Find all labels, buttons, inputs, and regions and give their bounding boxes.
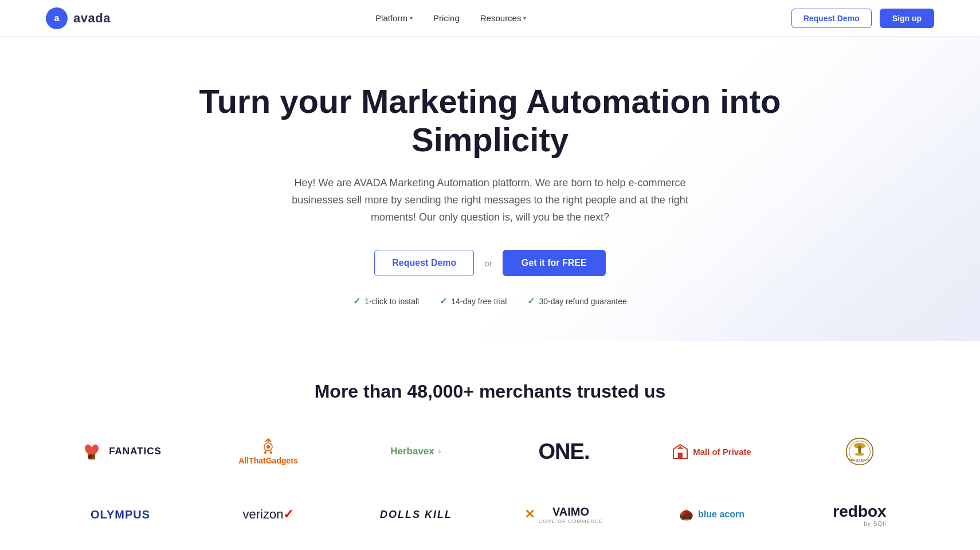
list-item: FANATICS <box>69 434 172 469</box>
vaimo-sub-text: CORE OF COMMERCE <box>538 518 603 524</box>
list-item: verizon✓ <box>217 497 320 532</box>
allthat-text: AllThatGadgets <box>238 456 297 465</box>
dolls-text: DOLLS KILL <box>380 509 452 520</box>
hero-section: Turn your Marketing Automation into Simp… <box>0 37 980 341</box>
svg-point-10 <box>264 451 266 454</box>
redbox-text: redbox <box>833 502 886 521</box>
list-item: ✕ VAIMO CORE OF COMMERCE <box>512 497 616 532</box>
nav-pricing[interactable]: Pricing <box>433 13 460 23</box>
avada-logo-icon: a <box>46 7 68 29</box>
nav-actions: Request Demo Sign up <box>791 9 934 28</box>
redbox-logo: redbox by SQli <box>833 502 886 527</box>
list-item: redbox by SQli <box>808 497 911 532</box>
allthat-logo: AllThatGadgets <box>238 438 297 465</box>
redbox-sqli-text: by SQli <box>864 521 886 527</box>
verizon-check: ✓ <box>283 507 293 521</box>
vaimo-text-group: VAIMO CORE OF COMMERCE <box>538 505 603 524</box>
svg-point-20 <box>855 453 865 456</box>
chevron-down-icon: ▾ <box>410 15 413 21</box>
chevron-down-icon: ▾ <box>523 15 526 21</box>
hero-badges: ✓ 1-click to install ✓ 14-day free trial… <box>23 296 957 307</box>
list-item: ONE. <box>512 434 616 469</box>
svg-text:a: a <box>54 13 60 23</box>
badge-trial: ✓ 14-day free trial <box>440 296 507 307</box>
nav-platform[interactable]: Platform ▾ <box>375 13 413 23</box>
verizon-logo: verizon✓ <box>243 507 294 522</box>
list-item: OLYMPUS <box>69 497 172 532</box>
one-text: ONE. <box>539 439 590 463</box>
herbavex-dots: ⁘ <box>437 448 442 455</box>
badge-refund: ✓ 30-day refund guarantee <box>527 296 626 307</box>
acorn-icon: 🌰 <box>679 508 693 521</box>
svg-point-4 <box>88 455 92 458</box>
blueacorn-text: blue acorn <box>698 509 744 520</box>
vaimo-logo: ✕ VAIMO CORE OF COMMERCE <box>524 505 603 524</box>
trusted-title: More than 48,000+ merchants trusted us <box>46 381 934 402</box>
list-item: Herbavex ⁘ <box>364 434 468 469</box>
list-item: The OZ Decor <box>808 434 911 469</box>
hero-headline: Turn your Marketing Automation into Simp… <box>175 82 805 159</box>
svg-line-13 <box>269 450 271 451</box>
ozdecor-logo: The OZ Decor <box>845 437 874 466</box>
logo-link[interactable]: a avada <box>46 7 111 29</box>
vaimo-main-text: VAIMO <box>538 505 603 518</box>
verizon-text: verizon✓ <box>243 507 294 521</box>
check-icon: ✓ <box>527 296 535 307</box>
mall-logo: Mall of Private <box>672 443 751 459</box>
hero-request-demo-button[interactable]: Request Demo <box>374 250 474 276</box>
navbar: a avada Platform ▾ Pricing Resources ▾ R… <box>0 0 980 37</box>
svg-rect-15 <box>678 453 683 458</box>
one-logo: ONE. <box>539 439 590 464</box>
logo-text: avada <box>73 11 111 26</box>
nav-resources[interactable]: Resources ▾ <box>480 13 527 23</box>
mall-icon <box>672 443 688 459</box>
olympus-logo: OLYMPUS <box>91 508 150 521</box>
dolls-logo: DOLLS KILL <box>380 509 452 521</box>
vaimo-x-icon: ✕ <box>524 507 535 522</box>
sign-up-button[interactable]: Sign up <box>880 9 934 28</box>
request-demo-button[interactable]: Request Demo <box>791 9 872 28</box>
mall-text: Mall of Private <box>693 447 751 457</box>
fanatics-icon <box>79 439 104 464</box>
allthat-icon <box>260 438 277 455</box>
fanatics-logo: FANATICS <box>79 439 162 464</box>
list-item: 🌰 blue acorn <box>660 497 763 532</box>
trusted-section: More than 48,000+ merchants trusted us F… <box>0 341 980 550</box>
logos-row-2: OLYMPUS verizon✓ DOLLS KILL ✕ VAIMO CORE… <box>46 497 934 532</box>
svg-point-9 <box>266 445 270 449</box>
list-item: DOLLS KILL <box>364 497 468 532</box>
hero-subtext: Hey! We are AVADA Marketing Automation p… <box>272 175 708 226</box>
ozdecor-icon: The OZ Decor <box>845 437 874 466</box>
hero-buttons: Request Demo or Get it for FREE <box>23 250 957 276</box>
herbavex-text: Herbavex <box>390 446 434 457</box>
logos-row-1: FANATICS AllThatGadgets <box>46 434 934 469</box>
nav-links: Platform ▾ Pricing Resources ▾ <box>375 13 526 23</box>
fanatics-text: FANATICS <box>109 446 162 457</box>
check-icon: ✓ <box>353 296 360 307</box>
hero-get-free-button[interactable]: Get it for FREE <box>503 250 606 276</box>
list-item: Mall of Private <box>660 434 763 469</box>
olympus-text: OLYMPUS <box>91 508 150 521</box>
svg-text:The OZ Decor: The OZ Decor <box>849 458 871 462</box>
check-icon: ✓ <box>440 296 447 307</box>
blueacorn-logo: 🌰 blue acorn <box>679 508 744 521</box>
svg-line-12 <box>265 450 267 451</box>
svg-point-11 <box>270 451 272 454</box>
list-item: AllThatGadgets <box>217 434 320 469</box>
badge-install: ✓ 1-click to install <box>353 296 419 307</box>
svg-rect-19 <box>859 446 861 453</box>
herbavex-logo: Herbavex ⁘ <box>390 446 442 457</box>
hero-or-text: or <box>484 258 492 268</box>
